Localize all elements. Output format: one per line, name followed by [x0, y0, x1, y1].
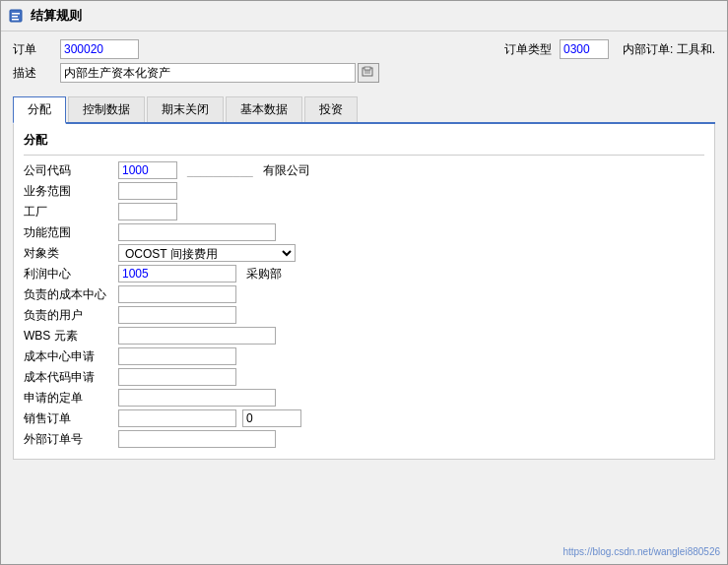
order-row: 订单 订单类型 内部订单: 工具和.	[13, 39, 715, 59]
profit-center-row: 利润中心 采购部	[24, 265, 704, 282]
func-scope-label: 功能范围	[24, 224, 112, 241]
main-window: 结算规则 订单 订单类型 内部订单: 工具和. 描述	[0, 0, 728, 565]
business-scope-label: 业务范围	[24, 183, 112, 200]
cost-center-apply-row: 成本中心申请	[24, 347, 704, 365]
sales-order-input[interactable]	[118, 409, 236, 427]
factory-input[interactable]	[118, 203, 177, 220]
company-code-row: 公司代码 __________ 有限公司	[24, 161, 704, 179]
tab-control-data[interactable]: 控制数据	[68, 96, 145, 122]
divider	[24, 155, 704, 156]
resp-cost-center-label: 负责的成本中心	[24, 286, 112, 303]
svg-rect-1	[12, 13, 20, 15]
profit-center-label: 利润中心	[24, 266, 112, 282]
form-area: 订单 订单类型 内部订单: 工具和. 描述	[1, 31, 727, 91]
svg-rect-5	[364, 67, 370, 70]
title-bar: 结算规则	[1, 1, 727, 31]
cost-code-apply-row: 成本代码申请	[24, 368, 704, 386]
tabs: 分配 控制数据 期末关闭 基本数据 投资	[13, 96, 715, 122]
apply-order-label: 申请的定单	[24, 390, 112, 407]
tab-period-close[interactable]: 期末关闭	[147, 96, 224, 122]
svg-rect-2	[12, 16, 18, 18]
ext-order-label: 外部订单号	[24, 431, 112, 448]
object-class-select[interactable]: OCOST 间接费用	[118, 244, 296, 262]
window-title: 结算规则	[31, 7, 82, 25]
object-class-row: 对象类 OCOST 间接费用	[24, 244, 704, 262]
profit-center-name: 采购部	[246, 266, 282, 282]
business-scope-row: 业务范围	[24, 182, 704, 200]
wbs-input[interactable]	[118, 327, 276, 345]
apply-order-row: 申请的定单	[24, 389, 704, 407]
cost-center-apply-label: 成本中心申请	[24, 348, 112, 365]
apply-order-input[interactable]	[118, 389, 276, 407]
tabs-container: 分配 控制数据 期末关闭 基本数据 投资	[13, 96, 715, 124]
section-title: 分配	[24, 132, 704, 149]
business-scope-input[interactable]	[118, 182, 177, 200]
order-type-input[interactable]	[560, 39, 609, 59]
company-code-input[interactable]	[118, 161, 177, 179]
desc-label: 描述	[13, 65, 52, 82]
order-label: 订单	[13, 41, 52, 58]
company-name-text: __________	[187, 163, 253, 177]
cost-code-apply-label: 成本代码申请	[24, 369, 112, 386]
cost-center-apply-input[interactable]	[118, 347, 236, 365]
sales-order-label: 销售订单	[24, 410, 112, 427]
wbs-row: WBS 元素	[24, 327, 704, 345]
factory-label: 工厂	[24, 204, 112, 220]
desc-row: 描述	[13, 63, 715, 83]
tab-allocation[interactable]: 分配	[13, 96, 66, 124]
wbs-label: WBS 元素	[24, 328, 112, 345]
factory-row: 工厂	[24, 203, 704, 220]
company-code-label: 公司代码	[24, 162, 112, 179]
func-scope-input[interactable]	[118, 223, 276, 241]
resp-cost-center-input[interactable]	[118, 285, 236, 303]
desc-button[interactable]	[358, 63, 379, 83]
func-scope-row: 功能范围	[24, 223, 704, 241]
sales-order-pos-input[interactable]	[242, 409, 301, 427]
order-input[interactable]	[60, 39, 139, 59]
window-icon	[9, 8, 25, 24]
resp-user-row: 负责的用户	[24, 306, 704, 324]
ext-order-input[interactable]	[118, 430, 276, 448]
content-area: 分配 公司代码 __________ 有限公司 业务范围 工厂 功能范围 对象类	[13, 124, 715, 460]
internal-order-label: 内部订单: 工具和.	[623, 41, 715, 58]
resp-cost-center-row: 负责的成本中心	[24, 285, 704, 303]
tab-basic-data[interactable]: 基本数据	[226, 96, 302, 122]
profit-center-input[interactable]	[118, 265, 236, 282]
svg-rect-3	[12, 19, 19, 21]
ext-order-row: 外部订单号	[24, 430, 704, 448]
order-type-label: 订单类型	[504, 41, 552, 58]
sales-order-row: 销售订单	[24, 409, 704, 427]
tab-investment[interactable]: 投资	[304, 96, 358, 122]
cost-code-apply-input[interactable]	[118, 368, 236, 386]
company-suffix: 有限公司	[263, 162, 310, 179]
desc-input[interactable]	[60, 63, 356, 83]
resp-user-input[interactable]	[118, 306, 236, 324]
object-class-label: 对象类	[24, 245, 112, 262]
watermark: https://blog.csdn.net/wanglei880526	[563, 546, 720, 557]
resp-user-label: 负责的用户	[24, 307, 112, 324]
desc-input-group	[60, 63, 379, 83]
